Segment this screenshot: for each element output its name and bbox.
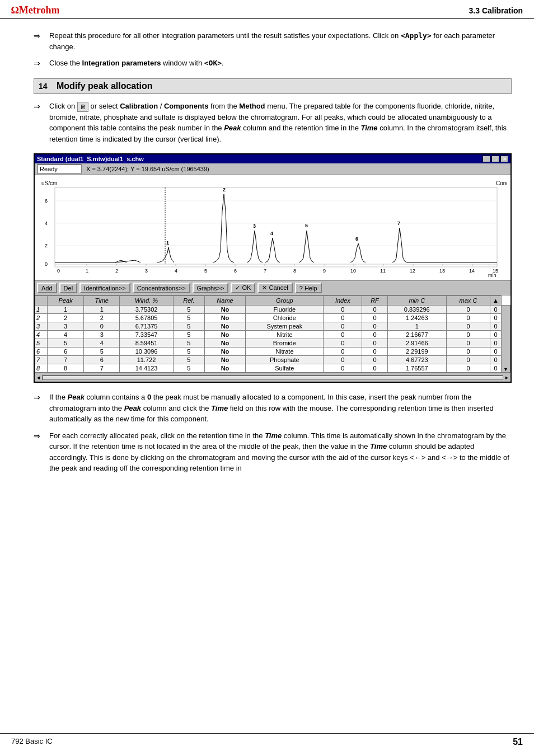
svg-text:4: 4	[270, 231, 273, 236]
horizontal-scrollbar[interactable]: ◄ ►	[35, 373, 510, 382]
button-row: Add Del Identification>> Concentrations>…	[35, 280, 510, 295]
svg-text:Cond: Cond	[496, 180, 507, 186]
maximize-button[interactable]: □	[491, 156, 499, 162]
col-ref: Ref.	[173, 296, 204, 306]
svg-text:1: 1	[86, 268, 88, 274]
svg-text:2: 2	[115, 268, 118, 274]
section-heading-title: Modify peak allocation	[57, 81, 153, 91]
svg-text:10: 10	[350, 268, 356, 274]
window-controls[interactable]: _ □ ✕	[483, 156, 508, 162]
bullet-text-repeat: Repeat this procedure for all other inte…	[49, 30, 512, 52]
svg-text:5: 5	[204, 268, 207, 274]
arrow-icon-3: ⇒	[34, 101, 47, 144]
svg-text:2: 2	[45, 243, 48, 248]
bullet-close: ⇒ Close the Integration parameters windo…	[34, 58, 512, 69]
footer-right: 51	[513, 737, 523, 747]
svg-text:12: 12	[410, 268, 415, 274]
table-row[interactable]: 5548.594515NoBromide002.9146600	[35, 339, 510, 348]
svg-text:6: 6	[45, 198, 48, 204]
vertical-scrollbar[interactable]: ▼	[502, 306, 510, 373]
arrow-icon-4: ⇒	[34, 392, 47, 425]
col-wind: Wind. %	[120, 296, 174, 306]
page-header: ΩMetrohm 3.3 Calibration	[0, 0, 534, 19]
table-row[interactable]: 2225.678055NoChloride001.2426300	[35, 314, 510, 322]
col-maxc: max C	[446, 296, 490, 306]
window-toolbar: Ready X = 3.74(2244); Y = 19.654 uS/cm (…	[35, 163, 510, 175]
table-row[interactable]: 77611.7225NoPhosphate004.6772300	[35, 356, 510, 364]
help-button[interactable]: ? Help	[295, 283, 322, 293]
svg-text:6: 6	[234, 268, 237, 274]
table-row[interactable]: 88714.41235NoSulfate001.7655700	[35, 364, 510, 373]
bullet-correctly-allocated: ⇒ For each correctly allocated peak, cli…	[34, 430, 512, 474]
col-scroll: ▲	[490, 296, 502, 306]
arrow-icon-5: ⇒	[34, 430, 47, 474]
chart-area: uS/cm Cond 6 4 2 0 0 1 2	[35, 175, 510, 280]
components-table: Peak Time Wind. % Ref. Name Group Index …	[35, 295, 510, 373]
graphs-button[interactable]: Graphs>>	[193, 283, 229, 293]
col-rf: RF	[362, 296, 387, 306]
col-peak: Peak	[48, 296, 84, 306]
table-row[interactable]: 4437.335475NoNitrite002.1667700	[35, 331, 510, 339]
data-table-container: Peak Time Wind. % Ref. Name Group Index …	[35, 295, 510, 382]
table-header-row: Peak Time Wind. % Ref. Name Group Index …	[35, 296, 510, 306]
window-titlebar: Standard (dual1_S.mtw)dual1_s.chw _ □ ✕	[35, 154, 510, 163]
col-group: Group	[246, 296, 324, 306]
svg-text:14: 14	[469, 268, 475, 274]
col-index: Index	[324, 296, 362, 306]
svg-text:5: 5	[305, 223, 308, 228]
section-14-heading: 14 Modify peak allocation	[34, 78, 512, 94]
svg-text:13: 13	[439, 268, 445, 274]
calibration-icon[interactable]: 🖹	[77, 102, 88, 112]
svg-text:0: 0	[45, 261, 48, 267]
scrollbar-track[interactable]	[42, 375, 503, 380]
svg-text:1: 1	[166, 240, 169, 246]
svg-text:3: 3	[145, 268, 148, 274]
close-button[interactable]: ✕	[500, 156, 508, 162]
arrow-icon-2: ⇒	[34, 58, 47, 69]
svg-text:9: 9	[323, 268, 326, 274]
arrow-icon: ⇒	[34, 30, 47, 52]
identification-button[interactable]: Identification>>	[79, 283, 130, 293]
col-minc: min C	[387, 296, 446, 306]
del-button[interactable]: Del	[59, 283, 78, 293]
footer-left: 792 Basic IC	[11, 737, 53, 747]
col-row	[35, 296, 48, 306]
svg-text:0: 0	[57, 268, 60, 274]
bullet-text-close: Close the Integration parameters window …	[49, 58, 512, 69]
svg-text:uS/cm: uS/cm	[41, 180, 57, 186]
bullet-repeat: ⇒ Repeat this procedure for all other in…	[34, 30, 512, 52]
section-title: 3.3 Calibration	[469, 6, 523, 15]
logo-symbol: Ω	[11, 4, 19, 16]
scroll-right-btn[interactable]: ►	[504, 375, 509, 381]
minimize-button[interactable]: _	[483, 156, 490, 162]
cancel-button[interactable]: ✕ Cancel	[257, 283, 292, 293]
logo-text: Metrohm	[19, 4, 60, 16]
table-row[interactable]: 3306.713755NoSystem peak00100	[35, 322, 510, 331]
coord-text: X = 3.74(2244); Y = 19.654 uS/cm (196543…	[86, 166, 209, 172]
svg-rect-6	[55, 187, 497, 267]
logo: ΩMetrohm	[11, 4, 59, 16]
bullet-section14: ⇒ Click on 🖹 or select Calibration / Com…	[34, 101, 512, 144]
svg-text:7: 7	[264, 268, 266, 274]
svg-text:3: 3	[253, 223, 256, 229]
chromatogram-svg: uS/cm Cond 6 4 2 0 0 1 2	[37, 177, 507, 278]
svg-text:11: 11	[380, 268, 386, 274]
scroll-left-btn[interactable]: ◄	[36, 375, 41, 381]
bullet-text-correctly-allocated: For each correctly allocated peak, click…	[49, 430, 512, 474]
svg-text:4: 4	[45, 220, 48, 226]
concentrations-button[interactable]: Concentrations>>	[133, 283, 190, 293]
table-row[interactable]: 66510.30965NoNitrate002.2919900	[35, 348, 510, 356]
col-time: Time	[84, 296, 120, 306]
ok-button[interactable]: ✓ OK	[231, 283, 255, 293]
section-number: 14	[39, 82, 52, 91]
svg-text:7: 7	[397, 220, 400, 226]
main-content: ⇒ Repeat this procedure for all other in…	[0, 19, 534, 491]
svg-text:4: 4	[175, 268, 177, 274]
table-row[interactable]: 1113.753025NoFluoride000.83929600▼	[35, 306, 510, 314]
svg-text:min: min	[488, 273, 496, 278]
add-button[interactable]: Add	[37, 283, 57, 293]
bullet-peak-zero: ⇒ If the Peak column contains a 0 the pe…	[34, 392, 512, 425]
software-window: Standard (dual1_S.mtw)dual1_s.chw _ □ ✕ …	[34, 153, 512, 383]
status-text: Ready	[37, 165, 82, 173]
svg-text:6: 6	[355, 236, 358, 242]
